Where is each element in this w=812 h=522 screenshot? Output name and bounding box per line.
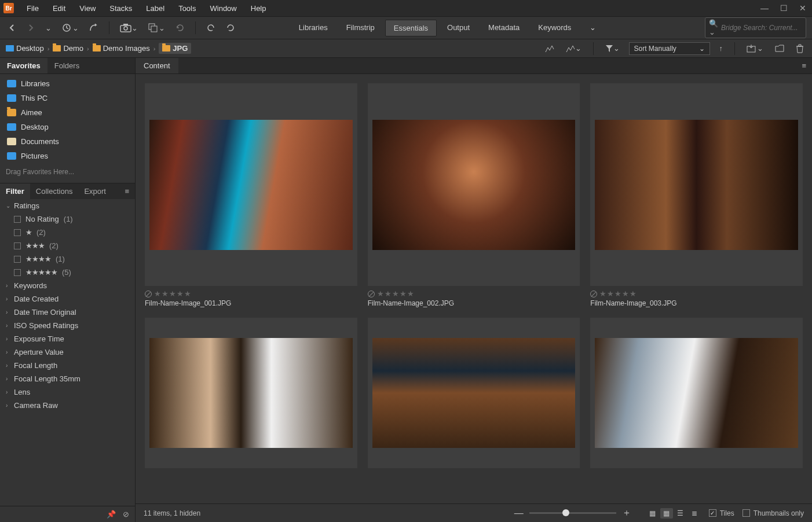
favorite-pictures[interactable]: Pictures xyxy=(0,149,135,163)
tab-favorites[interactable]: Favorites xyxy=(0,58,47,73)
crumb-demo[interactable]: Demo xyxy=(53,44,83,53)
thumbnail-box[interactable] xyxy=(145,83,357,286)
rating-filter-3[interactable]: ★★★(2) xyxy=(12,239,135,252)
rating-stars[interactable]: ★★★★★ xyxy=(377,289,415,298)
get-photos-button[interactable]: ⌄ xyxy=(118,21,140,35)
ws-libraries[interactable]: Libraries xyxy=(291,20,336,36)
filter-funnel-icon[interactable]: ⌄ xyxy=(603,42,622,55)
tab-export[interactable]: Export xyxy=(78,183,112,199)
nav-back-button[interactable] xyxy=(6,21,19,34)
checkbox[interactable] xyxy=(14,229,21,236)
view-list-icon[interactable]: ≣ xyxy=(688,508,701,519)
menu-help[interactable]: Help xyxy=(245,2,272,15)
checkbox[interactable] xyxy=(14,256,21,263)
close-button[interactable]: ✕ xyxy=(797,3,809,13)
undo-rotate-button[interactable] xyxy=(204,21,218,35)
tab-filter[interactable]: Filter xyxy=(0,183,30,199)
nav-dropdown-icon[interactable]: ⌄ xyxy=(43,21,54,35)
filter-group-date-created[interactable]: ›Date Created xyxy=(0,292,135,306)
redo-rotate-button[interactable] xyxy=(224,21,237,35)
new-folder-icon[interactable] xyxy=(773,42,787,54)
pin-icon[interactable]: 📌 xyxy=(107,510,116,519)
ratings-filter-dropdown-icon[interactable]: ⌄ xyxy=(564,42,584,55)
filter-group-ratings[interactable]: ⌄Ratings xyxy=(0,199,135,212)
thumbnails-only-checkbox[interactable]: Thumbnails only xyxy=(742,509,804,517)
thumbnail-box[interactable] xyxy=(590,318,803,468)
zoom-slider[interactable] xyxy=(529,512,616,514)
view-grid-lock-icon[interactable]: ▦ xyxy=(646,508,659,519)
thumbnail-item[interactable]: ★★★★★ Film-Name-Image_001.JPG xyxy=(145,83,357,307)
tab-content[interactable]: Content xyxy=(136,58,178,73)
tab-folders[interactable]: Folders xyxy=(47,58,86,73)
ws-keywords[interactable]: Keywords xyxy=(530,20,579,36)
sort-select[interactable]: Sort Manually⌄ xyxy=(629,42,710,55)
thumbnail-box[interactable] xyxy=(145,318,357,468)
rating-stars[interactable]: ★★★★★ xyxy=(154,289,192,298)
recent-folders-button[interactable]: ⌄ xyxy=(60,21,81,35)
panel-menu-icon[interactable]: ≡ xyxy=(119,183,135,199)
favorite-libraries[interactable]: Libraries xyxy=(0,76,135,91)
open-in-app-button[interactable]: ⌄ xyxy=(146,21,167,35)
trash-icon[interactable] xyxy=(793,42,806,56)
thumbnail-item[interactable] xyxy=(145,318,357,468)
boomerang-button[interactable] xyxy=(87,21,101,34)
thumbnail-box[interactable] xyxy=(368,318,580,468)
ws-metadata[interactable]: Metadata xyxy=(480,20,528,36)
ratings-filter-icon[interactable] xyxy=(543,42,557,55)
search-box[interactable]: 🔍⌄ xyxy=(705,17,806,38)
filter-group-camera-raw[interactable]: ›Camera Raw xyxy=(0,399,135,412)
tab-collections[interactable]: Collections xyxy=(30,183,79,199)
refresh-button[interactable] xyxy=(173,21,187,35)
filter-group-focal-length[interactable]: ›Focal Length xyxy=(0,359,135,372)
crumb-jpg[interactable]: JPG xyxy=(159,43,191,54)
import-icon[interactable]: ⌄ xyxy=(744,42,766,55)
favorite-desktop[interactable]: Desktop xyxy=(0,120,135,134)
zoom-in-button[interactable]: ＋ xyxy=(622,507,631,519)
menu-file[interactable]: File xyxy=(21,2,45,15)
tiles-checkbox[interactable]: Tiles xyxy=(709,509,734,517)
sort-direction-icon[interactable]: ↑ xyxy=(717,42,726,55)
panel-menu-icon[interactable]: ≡ xyxy=(796,58,812,73)
crumb-desktop[interactable]: Desktop xyxy=(6,44,44,53)
menu-window[interactable]: Window xyxy=(204,2,243,15)
crumb-demo-images[interactable]: Demo Images xyxy=(93,44,150,53)
cancel-icon[interactable]: ⊘ xyxy=(123,510,129,519)
filter-group-lens[interactable]: ›Lens xyxy=(0,385,135,399)
checkbox[interactable] xyxy=(14,269,21,276)
thumbnail-item[interactable]: ★★★★★ Film-Name-Image_002.JPG xyxy=(368,83,580,307)
thumbnail-item[interactable]: ★★★★★ Film-Name-Image_003.JPG xyxy=(590,83,803,307)
thumbnail-box[interactable] xyxy=(368,83,580,286)
menu-label[interactable]: Label xyxy=(140,2,170,15)
filter-group-iso[interactable]: ›ISO Speed Ratings xyxy=(0,319,135,332)
favorite-documents[interactable]: Documents xyxy=(0,134,135,149)
minimize-button[interactable]: — xyxy=(758,3,771,13)
rating-filter-1[interactable]: ★(2) xyxy=(12,226,135,239)
filter-group-focal-35[interactable]: ›Focal Length 35mm xyxy=(0,372,135,385)
favorite-aimee[interactable]: Aimee xyxy=(0,105,135,120)
ws-output[interactable]: Output xyxy=(439,20,478,36)
favorite-this-pc[interactable]: This PC xyxy=(0,91,135,105)
menu-edit[interactable]: Edit xyxy=(47,2,71,15)
filter-group-exposure[interactable]: ›Exposure Time xyxy=(0,332,135,345)
thumbnail-box[interactable] xyxy=(590,83,803,286)
checkbox[interactable] xyxy=(14,216,21,223)
maximize-button[interactable]: ☐ xyxy=(778,3,790,13)
ws-filmstrip[interactable]: Filmstrip xyxy=(338,20,383,36)
ws-essentials[interactable]: Essentials xyxy=(385,20,437,36)
thumbnail-item[interactable] xyxy=(368,318,580,468)
nav-forward-button[interactable] xyxy=(24,21,37,34)
filter-group-date-time-original[interactable]: ›Date Time Original xyxy=(0,306,135,319)
menu-tools[interactable]: Tools xyxy=(173,2,202,15)
view-grid-icon[interactable]: ▦ xyxy=(660,508,673,519)
filter-group-aperture[interactable]: ›Aperture Value xyxy=(0,345,135,359)
checkbox[interactable] xyxy=(14,242,21,249)
menu-stacks[interactable]: Stacks xyxy=(104,2,138,15)
rating-filter-none[interactable]: No Rating(1) xyxy=(12,212,135,226)
search-input[interactable] xyxy=(721,24,802,32)
view-details-icon[interactable]: ☰ xyxy=(674,508,687,519)
rating-filter-4[interactable]: ★★★★(1) xyxy=(12,252,135,266)
menu-view[interactable]: View xyxy=(74,2,101,15)
zoom-slider-thumb[interactable] xyxy=(562,509,569,516)
filter-group-keywords[interactable]: ›Keywords xyxy=(0,279,135,292)
rating-filter-5[interactable]: ★★★★★(5) xyxy=(12,266,135,279)
